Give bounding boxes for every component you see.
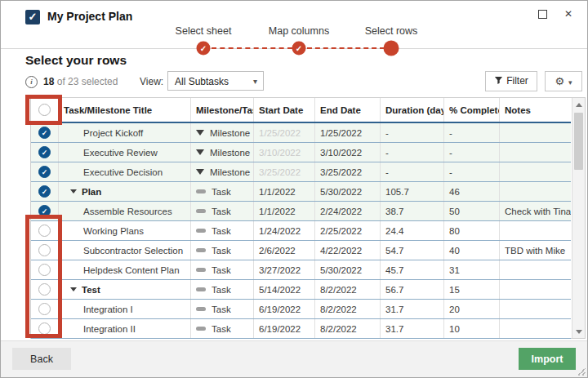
row-duration-cell: 38.7 — [381, 202, 444, 220]
col-header-end[interactable]: End Date — [315, 98, 381, 122]
checkbox-unchecked-icon — [38, 244, 51, 256]
row-type-cell: Task — [191, 202, 254, 220]
scroll-down-button[interactable] — [572, 325, 586, 338]
maximize-button[interactable] — [532, 5, 553, 23]
row-duration-cell: - — [381, 143, 444, 162]
row-end-cell: 8/2/2022 — [315, 280, 381, 299]
row-checkbox[interactable] — [31, 319, 59, 338]
table-row[interactable]: ✓ Project Kickoff Milestone 1/25/2022 1/… — [31, 123, 571, 143]
row-checkbox[interactable]: ✓ — [31, 143, 59, 162]
row-checkbox[interactable]: ✓ — [31, 182, 59, 201]
row-checkbox[interactable] — [31, 241, 59, 260]
table-row[interactable]: ✓ Plan Task 1/1/2022 5/30/2022 105.7 46 — [31, 182, 571, 202]
row-duration-cell: 56.7 — [381, 280, 444, 299]
table-row[interactable]: Helpdesk Content Plan Task 3/27/2022 5/3… — [31, 260, 571, 280]
import-wizard-dialog: ✓ My Project Plan ✕ Select sheet Map col… — [0, 0, 588, 378]
checkbox-unchecked-icon — [38, 104, 51, 116]
table-row[interactable]: ✓ Executive Decision Milestone 3/25/2022… — [31, 162, 571, 182]
row-title-cell: Executive Decision — [59, 162, 191, 181]
row-type-cell: Task — [191, 300, 254, 318]
col-header-title[interactable]: Task/Milestone Title — [59, 98, 191, 122]
row-type-cell: Milestone — [191, 123, 254, 142]
row-duration-cell: 24.4 — [381, 221, 444, 240]
checkbox-checked-icon: ✓ — [38, 166, 51, 178]
task-bar-icon — [196, 268, 206, 272]
checkbox-unchecked-icon — [38, 322, 51, 335]
row-checkbox[interactable]: ✓ — [31, 123, 59, 142]
collapse-arrow-icon[interactable] — [70, 287, 77, 291]
row-title-cell: Working Plans — [59, 221, 191, 240]
row-complete-cell: 80 — [444, 221, 500, 240]
row-type-cell: Milestone — [191, 162, 254, 181]
view-dropdown[interactable]: All Subtasks▾ — [167, 71, 264, 91]
row-checkbox[interactable]: ✓ — [31, 202, 59, 220]
settings-button[interactable]: ⚙▾ — [545, 71, 582, 91]
row-checkbox[interactable] — [31, 221, 59, 240]
col-header-type[interactable]: Milestone/Task — [191, 98, 254, 122]
chevron-down-icon: ▾ — [568, 78, 572, 87]
col-header-notes[interactable]: Notes — [500, 98, 571, 122]
row-title: Plan — [82, 187, 101, 197]
page-title: Select your rows — [25, 53, 127, 68]
collapse-arrow-icon[interactable] — [70, 189, 77, 193]
row-start-cell: 1/24/2022 — [254, 221, 315, 240]
task-bar-icon — [196, 327, 206, 331]
back-button[interactable]: Back — [12, 348, 71, 370]
task-bar-icon — [196, 189, 206, 193]
row-checkbox[interactable]: ✓ — [31, 162, 59, 181]
import-button[interactable]: Import — [519, 348, 576, 370]
table-row[interactable]: Subcontractor Selection Task 2/6/2022 4/… — [31, 241, 571, 260]
row-start-cell: 6/19/2022 — [254, 319, 315, 338]
row-complete-cell: 15 — [444, 280, 500, 299]
row-start-cell: 3/27/2022 — [254, 260, 315, 279]
selected-count-text: 18 of 23 selected — [43, 76, 118, 87]
row-type-cell: Task — [191, 221, 254, 240]
row-duration-cell: 31.7 — [381, 300, 444, 318]
step-label-map-columns: Map columns — [269, 25, 329, 37]
vertical-scrollbar[interactable] — [572, 98, 585, 338]
milestone-icon — [196, 130, 204, 136]
view-dropdown-value: All Subtasks — [175, 76, 229, 87]
close-button[interactable]: ✕ — [558, 5, 579, 23]
maximize-icon — [538, 10, 547, 19]
row-title: Integration II — [83, 324, 136, 334]
row-title-cell: Assemble Resources — [59, 202, 191, 220]
row-type-cell: Milestone — [191, 143, 254, 162]
resize-grip[interactable] — [577, 367, 586, 376]
row-end-cell: 2/24/2022 — [315, 202, 381, 220]
row-complete-cell: 20 — [444, 300, 500, 318]
row-duration-cell: 105.7 — [381, 182, 444, 201]
table-row[interactable]: ✓ Assemble Resources Task 1/1/2022 2/24/… — [31, 202, 571, 221]
col-header-duration[interactable]: Duration (days) — [381, 98, 444, 122]
row-title: Project Kickoff — [83, 128, 143, 138]
row-notes-cell — [500, 221, 571, 240]
table-row[interactable]: Working Plans Task 1/24/2022 2/25/2022 2… — [31, 221, 571, 241]
table-row[interactable]: Test Task 5/14/2022 8/2/2022 56.7 15 — [31, 280, 571, 300]
checkbox-unchecked-icon — [38, 225, 51, 237]
table-row[interactable]: Integration II Task 6/19/2022 8/2/2022 3… — [31, 319, 571, 339]
col-header-start[interactable]: Start Date — [254, 98, 315, 122]
table-row[interactable]: Integration I Task 6/19/2022 8/2/2022 31… — [31, 300, 571, 319]
row-duration-cell: 45.7 — [381, 260, 444, 279]
filter-button-label: Filter — [506, 75, 528, 87]
task-bar-icon — [196, 248, 206, 252]
checkbox-unchecked-icon — [38, 303, 51, 315]
row-notes-cell: TBD with Mike — [500, 241, 571, 260]
row-checkbox[interactable] — [31, 300, 59, 318]
row-title: Assemble Resources — [83, 207, 172, 216]
arrow-up-icon — [576, 103, 582, 107]
select-all-checkbox[interactable] — [31, 98, 59, 122]
row-title-cell: Integration I — [59, 300, 191, 318]
row-checkbox[interactable] — [31, 260, 59, 279]
scrollbar-thumb[interactable] — [574, 113, 583, 170]
scroll-up-button[interactable] — [572, 98, 586, 111]
col-header-complete[interactable]: % Complete — [444, 98, 500, 122]
gear-icon: ⚙ — [555, 75, 564, 87]
row-notes-cell — [500, 182, 571, 201]
table-row[interactable]: ✓ Executive Review Milestone 3/10/2022 3… — [31, 143, 571, 162]
row-checkbox[interactable] — [31, 280, 59, 299]
row-title-cell: Project Kickoff — [59, 123, 191, 142]
row-title-cell: Helpdesk Content Plan — [59, 260, 191, 279]
selected-suffix: of 23 selected — [57, 76, 118, 87]
filter-button[interactable]: Filter — [485, 71, 537, 91]
